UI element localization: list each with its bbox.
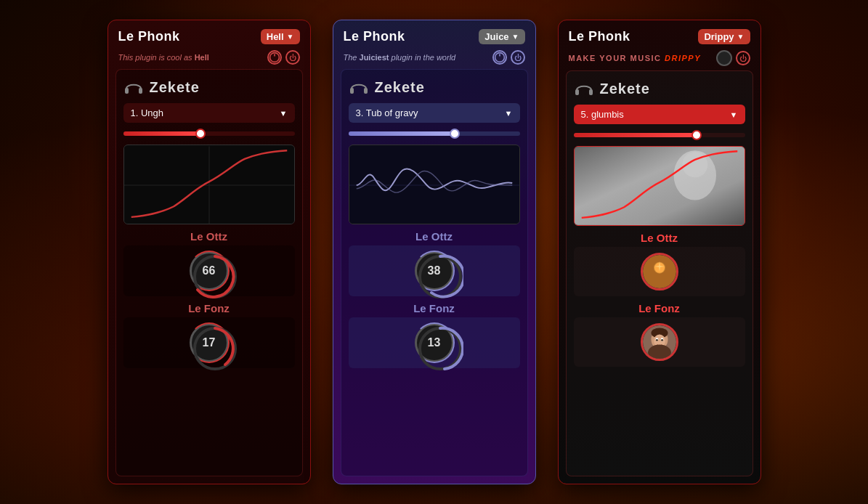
graph-area-juice bbox=[349, 145, 520, 224]
knob2-label-drippy: Le Fonz bbox=[638, 302, 680, 314]
chevron-down-icon-hell: ▼ bbox=[287, 33, 294, 41]
knob2-section-hell: Le Fonz 17 bbox=[123, 302, 295, 368]
panel-header-juice: Le Phonk Juice ▼ bbox=[333, 20, 535, 50]
knob2-container-juice: 13 bbox=[349, 317, 520, 368]
slider-row-juice[interactable] bbox=[349, 129, 520, 139]
knob1-label-hell: Le Ottz bbox=[190, 230, 227, 243]
avatar1-image-drippy bbox=[643, 253, 676, 290]
plugin-panel-hell: Le Phonk Hell ▼ This plugin is cool as H… bbox=[108, 20, 311, 484]
sigmoid-graph-hell bbox=[124, 145, 294, 224]
photo-graph-svg-drippy bbox=[575, 147, 745, 225]
preset-select-drippy[interactable]: Drippy ▼ bbox=[698, 29, 750, 44]
tagline-hell: This plugin is cool as Hell bbox=[118, 53, 209, 62]
avatar1-drippy[interactable] bbox=[641, 253, 678, 290]
photo-placeholder-drippy bbox=[575, 147, 745, 225]
zekete-row-juice: Zekete bbox=[349, 77, 520, 97]
slider-track-drippy bbox=[574, 133, 745, 137]
knob2-section-juice: Le Fonz 13 bbox=[349, 302, 520, 368]
svg-point-34 bbox=[648, 345, 671, 360]
headphone-icon-hell bbox=[123, 77, 144, 97]
mini-knob-hell[interactable] bbox=[267, 50, 282, 65]
panel-header-hell: Le Phonk Hell ▼ bbox=[108, 20, 310, 50]
svg-point-32 bbox=[656, 339, 658, 341]
headphone-icon-drippy bbox=[574, 78, 594, 99]
preset-select-hell[interactable]: Hell ▼ bbox=[261, 29, 300, 44]
chevron-down-icon-juice: ▼ bbox=[512, 33, 519, 41]
svg-rect-19 bbox=[575, 147, 745, 224]
panel-content-hell: Zekete 1. Ungh ▼ L bbox=[115, 69, 303, 476]
preset-name-juice: Juice bbox=[484, 31, 508, 42]
knob2-arc-hell bbox=[192, 325, 238, 372]
svg-rect-12 bbox=[364, 88, 368, 94]
graph-area-hell bbox=[123, 145, 295, 224]
slider-row-drippy[interactable] bbox=[574, 130, 745, 140]
svg-point-15 bbox=[420, 256, 461, 297]
knob2-container-hell: 17 bbox=[123, 317, 295, 368]
preset-dropdown-drippy[interactable]: 5. glumbis ▼ bbox=[574, 105, 745, 124]
slider-fill-drippy bbox=[574, 133, 697, 137]
panel-content-juice: Zekete 3. Tub of gravy ▼ bbox=[341, 69, 528, 476]
knob2-label-juice: Le Fonz bbox=[413, 302, 455, 314]
knob1-arc-juice bbox=[417, 253, 463, 300]
zekete-row-hell: Zekete bbox=[123, 77, 295, 97]
knob2-section-drippy: Le Fonz bbox=[574, 302, 745, 367]
panel-title-drippy: Le Phonk bbox=[569, 29, 630, 44]
knob1-juice[interactable]: 38 bbox=[415, 251, 454, 290]
tagline-juice: The Juiciest plugin in the world bbox=[344, 53, 456, 62]
mini-knob-drippy[interactable] bbox=[716, 50, 732, 66]
knob1-hell[interactable]: 66 bbox=[190, 251, 229, 290]
dropdown-name-juice: 3. Tub of gravy bbox=[356, 107, 418, 118]
knob2-juice[interactable]: 13 bbox=[415, 323, 454, 362]
tagline-bold-drippy: DRIPPY bbox=[665, 54, 701, 62]
knob2-container-drippy bbox=[574, 317, 745, 367]
mini-knob-juice[interactable] bbox=[492, 50, 507, 65]
avatar2-image-drippy bbox=[643, 323, 676, 361]
slider-fill-hell bbox=[123, 131, 200, 136]
avatar2-drippy[interactable] bbox=[641, 323, 678, 361]
panel-title-hell: Le Phonk bbox=[118, 29, 180, 44]
slider-row-hell[interactable] bbox=[123, 129, 295, 139]
plugin-panel-juice: Le Phonk Juice ▼ The Juiciest plugin in … bbox=[333, 20, 536, 484]
slider-thumb-drippy[interactable] bbox=[691, 130, 702, 140]
svg-rect-3 bbox=[139, 88, 142, 94]
panel-title-juice: Le Phonk bbox=[344, 29, 405, 44]
tagline-bold-juice: Juiciest bbox=[360, 53, 389, 62]
knob2-label-hell: Le Fonz bbox=[188, 302, 230, 314]
knob2-arc-juice bbox=[417, 325, 463, 372]
wave-graph-juice bbox=[349, 145, 519, 224]
preset-dropdown-hell[interactable]: 1. Ungh ▼ bbox=[123, 103, 295, 123]
knob1-arc-hell bbox=[192, 253, 238, 300]
preset-name-hell: Hell bbox=[267, 31, 284, 42]
knob1-container-drippy bbox=[574, 247, 745, 296]
zekete-title-juice: Zekete bbox=[375, 79, 425, 96]
svg-rect-11 bbox=[350, 88, 354, 94]
preset-dropdown-juice[interactable]: 3. Tub of gravy ▼ bbox=[349, 103, 520, 123]
preset-name-drippy: Drippy bbox=[704, 31, 734, 42]
slider-thumb-juice[interactable] bbox=[450, 129, 460, 139]
svg-rect-17 bbox=[575, 89, 579, 95]
zekete-row-drippy: Zekete bbox=[574, 78, 745, 99]
power-button-hell[interactable]: ⏻ bbox=[285, 50, 300, 65]
dropdown-name-drippy: 5. glumbis bbox=[581, 109, 624, 120]
dropdown-chevron-juice: ▼ bbox=[505, 109, 513, 118]
svg-rect-18 bbox=[589, 89, 593, 95]
svg-point-33 bbox=[661, 339, 663, 341]
slider-fill-juice bbox=[349, 131, 455, 136]
power-button-drippy[interactable]: ⏻ bbox=[736, 51, 750, 65]
slider-track-hell bbox=[123, 131, 295, 136]
svg-rect-2 bbox=[125, 88, 129, 94]
graph-area-drippy bbox=[574, 146, 745, 226]
slider-thumb-hell[interactable] bbox=[195, 129, 206, 139]
chevron-down-icon-drippy: ▼ bbox=[737, 33, 745, 41]
knob1-label-juice: Le Ottz bbox=[415, 230, 453, 243]
knob1-section-juice: Le Ottz 38 bbox=[349, 230, 520, 296]
slider-track-juice bbox=[349, 131, 520, 136]
power-button-juice[interactable]: ⏻ bbox=[511, 50, 525, 65]
preset-select-juice[interactable]: Juice ▼ bbox=[479, 29, 524, 44]
dropdown-chevron-drippy: ▼ bbox=[730, 110, 738, 119]
zekete-title-drippy: Zekete bbox=[600, 81, 650, 97]
knob1-label-drippy: Le Ottz bbox=[641, 232, 678, 244]
panel-content-drippy: Zekete 5. glumbis ▼ bbox=[566, 70, 753, 476]
dropdown-chevron-hell: ▼ bbox=[280, 109, 288, 118]
knob2-hell[interactable]: 17 bbox=[190, 323, 229, 362]
